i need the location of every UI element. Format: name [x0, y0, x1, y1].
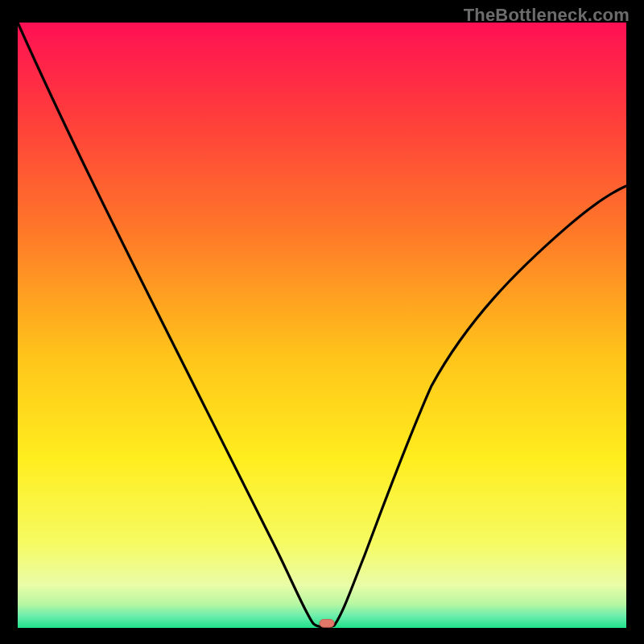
optimal-marker [320, 619, 334, 627]
chart-frame: TheBottleneck.com [0, 0, 644, 644]
bottleneck-plot [18, 23, 626, 628]
gradient-background [18, 23, 626, 628]
